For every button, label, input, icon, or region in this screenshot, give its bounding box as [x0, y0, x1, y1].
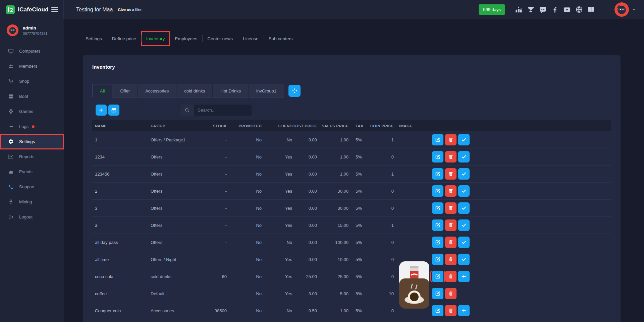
sidebar-item-logout[interactable]: Logout — [0, 209, 64, 224]
youtube-icon[interactable] — [563, 6, 571, 13]
add-item-button[interactable] — [96, 105, 107, 116]
check-row-button[interactable] — [458, 254, 470, 265]
cell-name: Conquer coin — [92, 308, 151, 313]
edit-row-button[interactable] — [432, 271, 443, 282]
cell-name: coca cola — [92, 274, 151, 279]
edit-row-button[interactable] — [432, 254, 443, 265]
book-icon[interactable] — [587, 6, 595, 13]
tab-employees[interactable]: Employees — [170, 31, 202, 46]
delete-row-button[interactable] — [445, 185, 457, 197]
cell-image — [394, 278, 429, 309]
delete-row-button[interactable] — [445, 288, 457, 299]
check-row-button[interactable] — [458, 202, 470, 214]
cell-sales: 30.00 — [317, 206, 348, 211]
cell-tax: 5% — [348, 240, 369, 245]
sidebar-item-games[interactable]: Games — [0, 104, 64, 119]
edit-row-button[interactable] — [432, 151, 443, 163]
cell-stock: - — [188, 172, 227, 177]
delete-icon — [448, 171, 453, 177]
sidebar-item-support[interactable]: Support — [0, 179, 64, 194]
sidebar-item-mining[interactable]: Mining — [0, 194, 64, 209]
cell-client: Yes — [262, 189, 292, 194]
check-row-button[interactable] — [458, 237, 470, 248]
delete-row-button[interactable] — [445, 134, 457, 145]
delete-row-button[interactable] — [445, 202, 457, 214]
discord-icon[interactable] — [539, 6, 547, 13]
tab-define-price[interactable]: Define price — [107, 31, 141, 46]
col-header-stock: STOCK — [188, 124, 227, 128]
give-us-a-like-link[interactable]: Give us a like — [118, 8, 141, 12]
cell-tax: 5% — [348, 291, 369, 296]
delete-row-button[interactable] — [445, 305, 457, 316]
edit-row-button[interactable] — [432, 134, 443, 145]
sidebar-item-boot[interactable]: Boot — [0, 89, 64, 104]
tab-settings[interactable]: Settings — [80, 31, 107, 46]
edit-row-button[interactable] — [432, 185, 443, 197]
group-tab-cold-drinks[interactable]: cold drinks — [176, 84, 213, 98]
user-avatar[interactable] — [614, 2, 629, 17]
cell-client: Yes — [262, 257, 292, 262]
edit-icon — [435, 137, 440, 142]
col-header-image: IMAGE — [394, 124, 429, 128]
cell-actions — [429, 237, 611, 248]
tab-license[interactable]: License — [238, 31, 264, 46]
trophy-icon[interactable] — [527, 6, 535, 13]
sidebar-item-members[interactable]: Members — [0, 59, 64, 74]
delete-row-button[interactable] — [445, 219, 457, 231]
sidebar-item-logs[interactable]: Logs — [0, 119, 64, 134]
plus-row-button[interactable] — [458, 305, 470, 316]
delete-row-button[interactable] — [445, 168, 457, 180]
group-tab-invgroup1[interactable]: invGroup1 — [249, 84, 284, 98]
delete-row-button[interactable] — [445, 271, 457, 282]
sidebar-toggle-hamburger-icon[interactable] — [51, 6, 58, 13]
edit-row-button[interactable] — [432, 168, 443, 180]
ranking-icon[interactable] — [515, 6, 523, 13]
tab-inventory[interactable]: Inventory — [141, 31, 170, 46]
group-tab-all[interactable]: All — [92, 84, 112, 98]
avatar-chevron-down-icon[interactable] — [632, 7, 637, 12]
cell-tax: 5% — [348, 172, 369, 177]
cell-sales: 10.00 — [317, 257, 348, 262]
cell-client: Yes — [262, 274, 292, 279]
cell-stock: - — [188, 257, 227, 262]
manage-groups-button[interactable] — [288, 85, 301, 97]
tab-center-news[interactable]: Center news — [202, 31, 238, 46]
cell-tax: 5% — [348, 154, 369, 159]
plus-row-button[interactable] — [458, 271, 470, 282]
license-days-badge[interactable]: 599 days — [479, 4, 505, 15]
tab-sub-centers[interactable]: Sub centers — [264, 31, 298, 46]
group-tab-hot-drinks[interactable]: Hot Drinks — [213, 84, 249, 98]
delete-row-button[interactable] — [445, 237, 457, 248]
delete-icon — [448, 240, 453, 245]
delete-row-button[interactable] — [445, 254, 457, 265]
edit-row-button[interactable] — [432, 288, 443, 299]
sidebar-item-settings[interactable]: Settings — [0, 134, 64, 149]
sidebar-item-shop[interactable]: Shop — [0, 74, 64, 89]
cell-promoted: No — [227, 291, 262, 296]
sidebar-item-events[interactable]: Events — [0, 164, 64, 179]
facebook-icon[interactable] — [551, 6, 559, 13]
sidebar-item-computers[interactable]: Computers — [0, 44, 64, 59]
globe-icon[interactable] — [575, 6, 583, 13]
table-row: all day passOffers-NoNo0.00100.005%0 — [92, 234, 611, 251]
sidebar-item-label: Events — [19, 169, 33, 174]
stock-calendar-button[interactable] — [108, 105, 119, 116]
edit-row-button[interactable] — [432, 202, 443, 214]
sidebar-item-reports[interactable]: Reports — [0, 149, 64, 164]
sidebar-item-label: Shop — [19, 79, 29, 84]
check-row-button[interactable] — [458, 134, 470, 145]
group-tab-offer[interactable]: Offer — [112, 84, 138, 98]
col-header-group: GROUP — [151, 124, 188, 128]
group-tab-accessories[interactable]: Accessories — [138, 84, 176, 98]
check-row-button[interactable] — [458, 185, 470, 197]
edit-row-button[interactable] — [432, 219, 443, 231]
cell-actions — [429, 151, 611, 163]
check-row-button[interactable] — [458, 151, 470, 163]
check-row-button[interactable] — [458, 168, 470, 180]
edit-row-button[interactable] — [432, 237, 443, 248]
check-row-button[interactable] — [458, 219, 470, 231]
edit-row-button[interactable] — [432, 305, 443, 316]
search-input[interactable] — [194, 105, 252, 116]
cell-cost: 25.00 — [292, 274, 317, 279]
delete-row-button[interactable] — [445, 151, 457, 163]
